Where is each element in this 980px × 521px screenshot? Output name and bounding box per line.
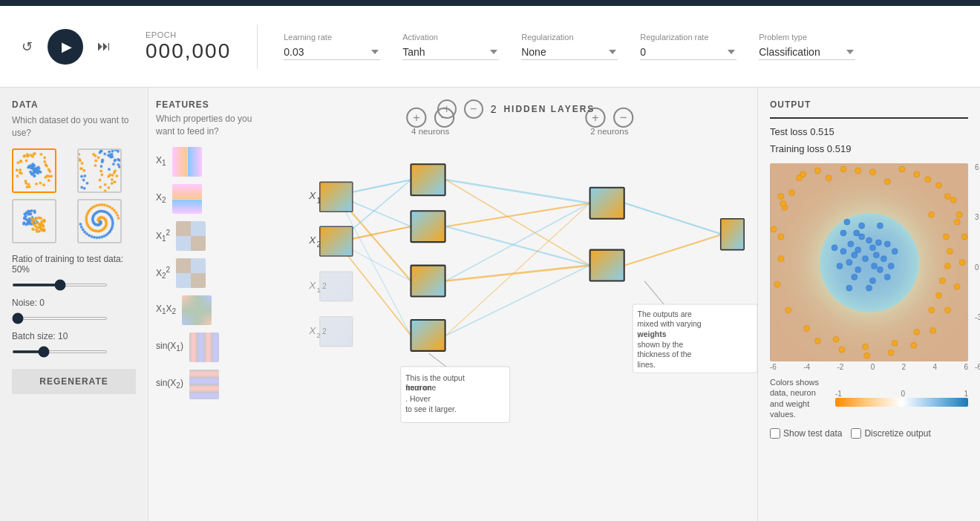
network-header: + − 2 HIDDEN LAYERS xyxy=(275,88,757,119)
batch-slider[interactable] xyxy=(12,350,108,353)
svg-line-7 xyxy=(337,195,411,335)
legend-axis: -1 0 1 xyxy=(835,390,968,398)
data-title: DATA xyxy=(12,99,136,110)
layer2-neuron1[interactable] xyxy=(590,188,624,219)
svg-line-19 xyxy=(446,266,590,335)
legend-label: Colors shows data, neuron and weight val… xyxy=(770,377,829,419)
regularization-label: Regularization xyxy=(521,33,618,42)
add-layer-button[interactable]: + xyxy=(437,99,457,119)
svg-text:2: 2 xyxy=(317,331,321,339)
output-title: OUTPUT xyxy=(770,99,968,110)
reg-rate-label: Regularization rate xyxy=(640,33,736,42)
remove-layer-button[interactable]: − xyxy=(464,99,483,119)
divider-1 xyxy=(257,24,258,69)
hidden-layers-label: HIDDEN LAYERS xyxy=(503,104,595,114)
layer1-neuron1[interactable] xyxy=(411,164,445,195)
svg-line-38 xyxy=(429,353,446,367)
svg-line-15 xyxy=(446,226,590,265)
ratio-section: Ratio of training to test data: 50% xyxy=(12,254,136,289)
learning-rate-label: Learning rate xyxy=(284,33,380,42)
play-button[interactable]: ▶ xyxy=(48,29,83,65)
playback-controls: ↺ ▶ ⏭ xyxy=(15,29,116,65)
layer2-neuron-count: 2 neurons xyxy=(590,127,628,136)
epoch-label: Epoch xyxy=(146,30,231,39)
reset-button[interactable]: ↺ xyxy=(15,35,39,59)
svg-text:2: 2 xyxy=(317,240,321,249)
feature-sinx1[interactable]: sin(X1) xyxy=(156,332,267,362)
svg-rect-26 xyxy=(320,226,353,256)
svg-line-20 xyxy=(625,203,722,235)
feature-sinx2[interactable]: sin(X2) xyxy=(156,370,267,399)
regenerate-button[interactable]: REGENERATE xyxy=(12,369,136,394)
feature-x2sq[interactable]: X22 xyxy=(156,258,267,288)
layer2-neuron2[interactable] xyxy=(590,250,624,281)
svg-text:X: X xyxy=(308,280,316,291)
svg-text:thickness of the: thickness of the xyxy=(638,350,692,358)
input-x2[interactable]: X 2 xyxy=(308,226,353,256)
tooltip-neuron: This is the output from one neuron . Hov… xyxy=(401,353,510,422)
learning-rate-select[interactable]: 0.03 0.001 0.01 0.1 1 xyxy=(284,45,380,60)
layer1-neuron-count: 4 neurons xyxy=(411,127,449,136)
noise-value: 0 xyxy=(39,298,45,308)
svg-rect-23 xyxy=(320,182,353,212)
discretize-output-control[interactable]: Discretize output xyxy=(851,428,930,439)
show-test-data-checkbox[interactable] xyxy=(770,428,780,439)
activation-label: Activation xyxy=(402,33,499,42)
regularization-select[interactable]: None L1 L2 xyxy=(521,45,618,60)
show-test-data-control[interactable]: Show test data xyxy=(770,428,842,439)
svg-line-12 xyxy=(446,180,590,203)
svg-text:shown by the: shown by the xyxy=(638,341,684,349)
layer1-neuron3[interactable] xyxy=(411,266,445,297)
problem-type-section: Problem type Classification Regression xyxy=(759,33,855,60)
svg-text:neuron: neuron xyxy=(405,384,431,392)
svg-text:X: X xyxy=(308,235,316,246)
feature-x1x2[interactable]: X1X2 xyxy=(156,295,267,325)
svg-line-21 xyxy=(625,235,722,266)
main-layout: DATA Which dataset do you want to use? R… xyxy=(0,88,980,521)
discretize-output-label: Discretize output xyxy=(864,428,930,439)
activation-select[interactable]: Tanh ReLU Sigmoid Linear xyxy=(402,45,499,60)
features-subtitle: Which properties do you want to feed in? xyxy=(156,113,267,138)
svg-text:weights: weights xyxy=(637,330,667,338)
feature-x1sq[interactable]: X12 xyxy=(156,221,267,251)
network-area: + − 2 HIDDEN LAYERS 4 neurons 2 neurons … xyxy=(275,88,757,521)
ratio-slider[interactable] xyxy=(12,284,108,286)
learning-rate-section: Learning rate 0.03 0.001 0.01 0.1 1 xyxy=(284,33,380,60)
svg-text:X: X xyxy=(308,190,316,201)
step-button[interactable]: ⏭ xyxy=(92,35,116,59)
feature-x1[interactable]: X1 xyxy=(156,147,267,177)
problem-type-label: Problem type xyxy=(759,33,855,42)
ratio-label: Ratio of training to test data: 50% xyxy=(12,254,136,275)
color-legend: Colors shows data, neuron and weight val… xyxy=(770,377,968,419)
show-test-data-label: Show test data xyxy=(783,428,842,439)
axis-x-labels: -6-4-20246 xyxy=(770,363,968,371)
sidebar: DATA Which dataset do you want to use? R… xyxy=(0,88,148,521)
activation-section: Activation Tanh ReLU Sigmoid Linear xyxy=(402,33,499,60)
svg-line-17 xyxy=(446,266,590,281)
dataset-spiral[interactable] xyxy=(77,199,122,243)
layer1-neuron4[interactable] xyxy=(411,320,445,351)
reg-rate-section: Regularization rate 0 0.001 0.01 0.1 1 xyxy=(640,33,736,60)
ratio-value: 50% xyxy=(12,264,30,275)
features-panel: FEATURES Which properties do you want to… xyxy=(148,88,275,521)
svg-text:1: 1 xyxy=(317,197,321,205)
features-title: FEATURES xyxy=(156,99,267,110)
output-visualization: -6-4-20246 630-3-6 xyxy=(770,163,968,371)
epoch-section: Epoch 000,000 xyxy=(146,30,231,63)
dataset-circle[interactable] xyxy=(12,148,56,193)
input-x1[interactable]: X 1 xyxy=(304,178,353,212)
output-neuron[interactable] xyxy=(721,219,744,250)
layer1-neuron2[interactable] xyxy=(411,211,445,242)
noise-slider[interactable] xyxy=(12,317,108,320)
dataset-xor[interactable] xyxy=(77,148,122,193)
svg-text:2: 2 xyxy=(322,282,327,290)
svg-text:,: , xyxy=(638,330,640,338)
tooltip-weights: The outputs are mixed with varying weigh… xyxy=(633,281,757,373)
problem-type-select[interactable]: Classification Regression xyxy=(759,45,855,60)
dataset-gaussian[interactable] xyxy=(12,199,56,243)
reg-rate-select[interactable]: 0 0.001 0.01 0.1 1 xyxy=(640,45,736,60)
svg-text:. Hover: . Hover xyxy=(405,395,431,403)
discretize-output-checkbox[interactable] xyxy=(851,428,861,439)
feature-x2[interactable]: X2 xyxy=(156,184,267,214)
batch-value: 10 xyxy=(58,331,68,341)
